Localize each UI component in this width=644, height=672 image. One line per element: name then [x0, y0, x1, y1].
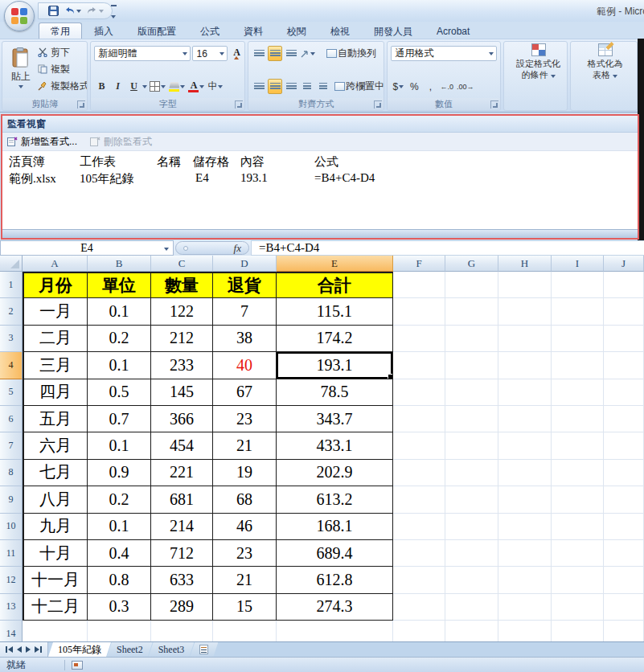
cell-A4[interactable]: 三月: [23, 352, 88, 379]
cell-E14[interactable]: [277, 621, 393, 641]
cell-C9[interactable]: 681: [151, 486, 213, 513]
cell-E5[interactable]: 78.5: [277, 379, 393, 406]
cell-G12[interactable]: [445, 567, 498, 593]
cell-E8[interactable]: 202.9: [277, 460, 393, 486]
cell-E3[interactable]: 174.2: [277, 326, 393, 352]
cell-I8[interactable]: [552, 460, 604, 486]
cell-G14[interactable]: [445, 621, 498, 641]
cell-F13[interactable]: [393, 594, 445, 621]
cell-I5[interactable]: [552, 379, 604, 406]
cell-E10[interactable]: 168.1: [277, 514, 393, 540]
cell-F2[interactable]: [393, 298, 445, 325]
column-header-D[interactable]: D: [213, 256, 277, 272]
sheet-tab-sheet3[interactable]: Sheet3: [149, 642, 195, 657]
cell-B10[interactable]: 0.1: [88, 514, 151, 540]
cell-B7[interactable]: 0.1: [88, 432, 151, 459]
paste-button[interactable]: 貼上: [6, 44, 36, 97]
cell-B8[interactable]: 0.9: [88, 460, 151, 486]
column-header-J[interactable]: J: [604, 256, 644, 272]
cell-D4[interactable]: 40: [213, 352, 277, 379]
cell-D3[interactable]: 38: [213, 326, 277, 352]
cell-F4[interactable]: [393, 352, 445, 379]
watch-entry-formula[interactable]: =B4+C4-D4: [314, 171, 375, 185]
cell-E7[interactable]: 433.1: [277, 432, 393, 459]
cell-D8[interactable]: 19: [213, 460, 277, 486]
cell-J13[interactable]: [604, 594, 644, 621]
paste-dropdown-arrow-icon[interactable]: [18, 85, 23, 88]
watch-col-cell[interactable]: 儲存格: [193, 154, 229, 170]
grow-font-button[interactable]: A: [229, 46, 244, 61]
formula-input[interactable]: =B4+C4-D4: [251, 240, 644, 256]
cell-H6[interactable]: [498, 406, 552, 432]
cell-A12[interactable]: 十一月: [23, 567, 88, 593]
cell-D5[interactable]: 67: [213, 379, 277, 406]
cell-J14[interactable]: [604, 621, 644, 641]
cell-E6[interactable]: 343.7: [277, 406, 393, 432]
cell-G2[interactable]: [445, 298, 498, 325]
conditional-formatting-button[interactable]: 設定格式化 的條件: [504, 43, 568, 80]
borders-button[interactable]: [149, 79, 166, 94]
select-all-corner[interactable]: [0, 256, 23, 272]
cell-H7[interactable]: [498, 432, 552, 459]
sheet-tab-sheet2[interactable]: Sheet2: [107, 642, 153, 657]
cell-J4[interactable]: [604, 352, 644, 379]
merge-center-button[interactable]: 跨欄置中: [334, 79, 384, 94]
cut-button[interactable]: 剪下: [38, 45, 88, 59]
font-color-button[interactable]: A: [187, 79, 205, 94]
office-button[interactable]: [4, 1, 35, 31]
cell-D2[interactable]: 7: [213, 298, 277, 325]
cell-B13[interactable]: 0.3: [88, 594, 151, 621]
watch-col-value[interactable]: 內容: [240, 154, 265, 170]
cell-C6[interactable]: 366: [151, 406, 213, 432]
cell-G4[interactable]: [445, 352, 498, 379]
cell-G6[interactable]: [445, 406, 498, 432]
format-painter-button[interactable]: 複製格式: [38, 79, 88, 93]
cell-B12[interactable]: 0.8: [88, 567, 151, 593]
cell-A13[interactable]: 十二月: [23, 594, 88, 621]
cell-J3[interactable]: [604, 326, 644, 352]
bold-button[interactable]: B: [94, 79, 109, 94]
tab-view[interactable]: 檢視: [318, 23, 362, 39]
number-dialog-launcher-icon[interactable]: [490, 100, 498, 109]
insert-function-button[interactable]: fx: [175, 241, 249, 255]
align-right-button[interactable]: [284, 79, 298, 94]
cell-B4[interactable]: 0.1: [88, 352, 151, 379]
cell-H4[interactable]: [498, 352, 552, 379]
cell-A9[interactable]: 八月: [23, 486, 88, 513]
cell-H1[interactable]: [498, 272, 552, 298]
cell-D6[interactable]: 23: [213, 406, 277, 432]
cell-H9[interactable]: [498, 486, 552, 513]
undo-dropdown-arrow-icon[interactable]: [76, 10, 81, 13]
cell-D11[interactable]: 23: [213, 540, 277, 567]
cell-G1[interactable]: [445, 272, 498, 298]
tab-home[interactable]: 常用: [39, 23, 82, 39]
prev-sheet-button[interactable]: [17, 646, 22, 653]
cell-E13[interactable]: 274.3: [277, 594, 393, 621]
column-header-E[interactable]: E: [277, 256, 393, 272]
cell-B1[interactable]: 單位: [88, 272, 151, 298]
cell-D13[interactable]: 15: [213, 594, 277, 621]
add-watch-button[interactable]: 新增監看式...: [7, 135, 77, 149]
format-as-table-button[interactable]: 格式化為 表格: [571, 43, 638, 80]
increase-indent-button[interactable]: [316, 79, 330, 94]
cell-C4[interactable]: 233: [151, 352, 213, 379]
align-bottom-button[interactable]: [284, 46, 298, 61]
cell-B5[interactable]: 0.5: [88, 379, 151, 406]
row-header-10[interactable]: 10: [0, 514, 23, 540]
cell-J11[interactable]: [604, 540, 644, 567]
row-header-13[interactable]: 13: [0, 594, 23, 621]
save-button[interactable]: [48, 6, 59, 16]
cell-D7[interactable]: 21: [213, 432, 277, 459]
cell-G11[interactable]: [445, 540, 498, 567]
cell-C3[interactable]: 212: [151, 326, 213, 352]
cell-F10[interactable]: [393, 514, 445, 540]
cell-I12[interactable]: [552, 567, 604, 593]
column-header-A[interactable]: A: [23, 256, 88, 272]
cell-J8[interactable]: [604, 460, 644, 486]
cell-F12[interactable]: [393, 567, 445, 593]
align-left-button[interactable]: [252, 79, 266, 94]
watch-col-name[interactable]: 名稱: [157, 154, 181, 170]
column-header-I[interactable]: I: [552, 256, 604, 272]
cell-G3[interactable]: [445, 326, 498, 352]
cell-H14[interactable]: [498, 621, 552, 641]
